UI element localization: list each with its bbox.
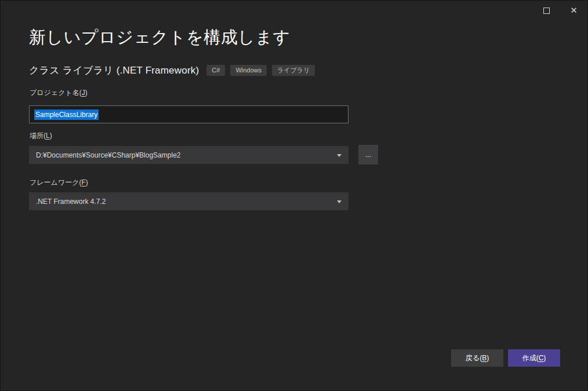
window-controls: ✕ xyxy=(533,1,587,20)
location-value: D:¥Documents¥Source¥CSharp¥BlogSample2 xyxy=(36,151,180,159)
framework-label: フレームワーク(F) xyxy=(30,178,88,188)
back-button[interactable]: 戻る(B) xyxy=(451,349,503,367)
maximize-button[interactable] xyxy=(533,1,560,20)
browse-location-button[interactable]: ... xyxy=(358,145,378,165)
maximize-icon xyxy=(543,8,550,14)
close-icon: ✕ xyxy=(570,6,578,15)
access-key: F xyxy=(81,178,85,187)
project-name-input[interactable]: SampleClassLibrary xyxy=(29,105,349,123)
configure-project-dialog: ✕ 新しいプロジェクトを構成します クラス ライブラリ (.NET Framew… xyxy=(0,0,588,391)
chevron-down-icon xyxy=(337,200,342,203)
access-key: C xyxy=(539,354,544,362)
project-name-value: SampleClassLibrary xyxy=(34,109,99,120)
location-combobox[interactable]: D:¥Documents¥Source¥CSharp¥BlogSample2 xyxy=(29,146,349,164)
close-button[interactable]: ✕ xyxy=(560,1,587,20)
project-name-label: プロジェクト名(J) xyxy=(30,88,88,98)
framework-value: .NET Framework 4.7.2 xyxy=(36,198,106,206)
tag-language: C# xyxy=(206,65,225,76)
access-key: B xyxy=(482,354,487,362)
template-name: クラス ライブラリ (.NET Framework) xyxy=(29,64,199,77)
page-title: 新しいプロジェクトを構成します xyxy=(29,26,291,49)
create-button[interactable]: 作成(C) xyxy=(508,349,560,367)
chevron-down-icon xyxy=(337,154,342,157)
browse-button-label: ... xyxy=(365,151,371,159)
tag-project-type: ライブラリ xyxy=(272,65,315,76)
template-info-row: クラス ライブラリ (.NET Framework) C# Windows ライ… xyxy=(29,64,320,77)
framework-combobox[interactable]: .NET Framework 4.7.2 xyxy=(29,192,349,210)
location-label: 場所(L) xyxy=(30,131,52,141)
tag-platform: Windows xyxy=(230,65,267,76)
access-key: L xyxy=(46,131,50,140)
